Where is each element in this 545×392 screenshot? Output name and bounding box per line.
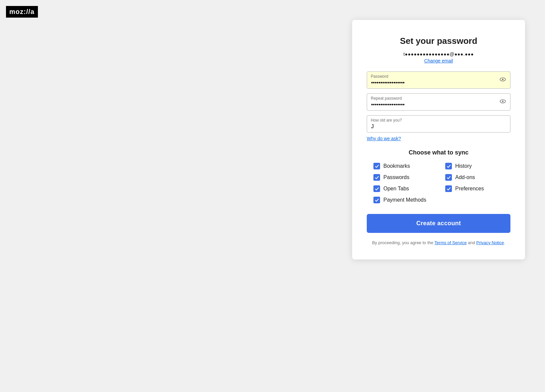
sync-item-history: History [445, 163, 504, 169]
checkbox-opentabs[interactable] [373, 185, 380, 192]
password-toggle-icon[interactable] [499, 76, 506, 84]
page-container: Set your password t●●●●●●●●●●●●●●●@●●●.●… [0, 0, 545, 392]
svg-point-1 [502, 79, 504, 80]
sync-label-opentabs: Open Tabs [383, 186, 409, 192]
sync-options-grid: Bookmarks History Passwords Add-ons [367, 163, 510, 203]
sync-label-paymentmethods: Payment Methods [383, 197, 426, 203]
age-input[interactable] [367, 115, 510, 133]
password-field-group: Password [367, 71, 510, 89]
repeat-password-field-group: Repeat password [367, 93, 510, 111]
create-account-button[interactable]: Create account [367, 214, 510, 233]
sync-item-opentabs: Open Tabs [373, 185, 432, 192]
repeat-password-toggle-icon[interactable] [499, 98, 506, 106]
svg-point-3 [502, 101, 504, 102]
page-title: Set your password [400, 36, 477, 46]
checkbox-passwords[interactable] [373, 174, 380, 181]
why-do-we-ask-link[interactable]: Why do we ask? [367, 136, 401, 141]
sync-label-preferences: Preferences [455, 186, 484, 192]
sync-item-preferences: Preferences [445, 185, 504, 192]
sync-label-addons: Add-ons [455, 174, 475, 180]
checkbox-addons[interactable] [445, 174, 452, 181]
password-input[interactable] [367, 71, 510, 89]
privacy-notice-link[interactable]: Privacy Notice [476, 240, 504, 245]
legal-mid: and [467, 240, 476, 245]
sync-item-paymentmethods: Payment Methods [373, 197, 432, 203]
checkbox-paymentmethods[interactable] [373, 197, 380, 203]
email-display: t●●●●●●●●●●●●●●●@●●●.●●● [403, 51, 474, 57]
sync-section-title: Choose what to sync [409, 149, 469, 156]
checkbox-bookmarks[interactable] [373, 163, 380, 169]
legal-suffix: . [504, 240, 505, 245]
card: Set your password t●●●●●●●●●●●●●●●@●●●.●… [352, 20, 525, 259]
legal-text: By proceeding, you agree to the Terms of… [372, 240, 505, 246]
age-field-group: How old are you? [367, 115, 510, 133]
mozilla-logo: moz://a [6, 6, 38, 18]
checkbox-preferences[interactable] [445, 185, 452, 192]
sync-item-passwords: Passwords [373, 174, 432, 181]
repeat-password-input[interactable] [367, 93, 510, 111]
checkbox-history[interactable] [445, 163, 452, 169]
sync-label-bookmarks: Bookmarks [383, 163, 410, 169]
change-email-link[interactable]: Change email [424, 58, 453, 63]
terms-of-service-link[interactable]: Terms of Service [435, 240, 467, 245]
sync-item-addons: Add-ons [445, 174, 504, 181]
sync-label-passwords: Passwords [383, 174, 409, 180]
sync-label-history: History [455, 163, 472, 169]
legal-prefix: By proceeding, you agree to the [372, 240, 435, 245]
sync-item-bookmarks: Bookmarks [373, 163, 432, 169]
